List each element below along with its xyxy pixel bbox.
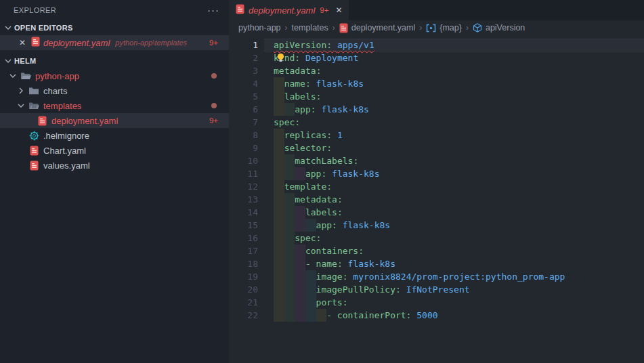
code-line-content[interactable]: app: flask-k8s [264,167,644,180]
line-number[interactable]: 1 [229,39,264,51]
code-line-content[interactable]: kind: Deployment [264,51,644,64]
folder-icon [27,86,41,95]
line-number[interactable]: 9 [229,142,264,154]
code-line-content[interactable]: containers: [264,244,644,257]
yaml-punctuation: : [353,156,358,166]
tree-item--helmignore[interactable]: .helmignore [0,128,229,143]
line-number[interactable]: 18 [229,257,264,270]
yaml-punctuation: : [305,79,316,89]
code-editor[interactable]: 1apiVersion: apps/v12kind: Deployment3me… [229,35,644,363]
close-icon[interactable]: ✕ [19,38,31,47]
line-number[interactable]: 17 [229,244,264,257]
line-number[interactable]: 7 [229,116,264,129]
yaml-key: name [284,79,305,89]
line-number[interactable]: 8 [229,129,264,142]
code-line-content[interactable]: selector: [264,142,644,154]
line-number[interactable]: 3 [229,64,264,77]
line-number[interactable]: 6 [229,103,264,116]
breadcrumb-item-python-app[interactable]: python-app [238,23,281,33]
indent-guide [274,167,284,180]
code-line-content[interactable]: spec: [264,116,644,129]
yaml-file-icon [31,37,40,49]
chevron-right-icon[interactable] [15,85,27,96]
tree-item-label: templates [43,101,81,111]
tab-problems-badge: 9+ [320,6,328,14]
code-line-content[interactable]: template: [264,180,644,193]
code-line-content[interactable]: app: flask-k8s [264,219,644,232]
code-line-content[interactable]: labels: [264,206,644,219]
indent-guide [274,309,284,322]
code-line-content[interactable]: ports: [264,296,644,309]
lightbulb-icon[interactable] [276,53,285,66]
tab-deployment-yaml[interactable]: deployment.yaml 9+ ✕ [229,0,349,20]
breadcrumb-item-deployment-yaml[interactable]: deployment.yaml [339,23,416,33]
line-number[interactable]: 15 [229,219,264,232]
yaml-value: flask-k8s [348,259,395,269]
code-line-content[interactable]: imagePullPolicy: IfNotPresent [264,283,644,296]
code-line-content[interactable]: name: flask-k8s [264,77,644,90]
yaml-key: replicas [284,130,327,140]
chevron-down-icon[interactable] [7,70,19,81]
indent-guide [284,257,295,270]
yaml-value: flask-k8s [321,104,368,114]
breadcrumb-item--map-[interactable]: {map} [426,23,462,33]
line-number[interactable]: 13 [229,193,264,206]
code-line-content[interactable]: labels: [264,90,644,103]
line-number[interactable]: 5 [229,90,264,103]
line-number[interactable]: 14 [229,206,264,219]
line-number[interactable]: 11 [229,167,264,180]
tree-item-deployment-yaml[interactable]: deployment.yaml9+ [0,113,229,128]
breadcrumb-label: deployment.yaml [351,23,416,33]
code-line-content[interactable]: matchLabels: [264,154,644,167]
code-line-content[interactable]: replicas: 1 [264,129,644,142]
yaml-key: labels [305,207,337,217]
line-number[interactable]: 2 [229,51,264,64]
code-line-content[interactable]: image: myronix8824/prom-project:python_p… [264,270,644,283]
yaml-punctuation: : [332,220,343,230]
line-number[interactable]: 16 [229,232,264,244]
indent-guide [274,244,284,257]
open-editor-item[interactable]: ✕ deployment.yaml python-app\templates 9… [0,35,229,50]
indent-guide [284,244,295,257]
open-editors-label: OPEN EDITORS [14,24,73,32]
line-number[interactable]: 22 [229,309,264,322]
symbol-cube-icon [473,23,482,33]
breadcrumb-item-templates[interactable]: templates [292,23,328,33]
code-line-content[interactable]: metadata: [264,64,644,77]
breadcrumb-label: {map} [439,23,462,33]
code-line-content[interactable]: - name: flask-k8s [264,257,644,270]
tab-close-icon[interactable]: ✕ [335,5,342,15]
line-number[interactable]: 4 [229,77,264,90]
breadcrumb-item-apiversion[interactable]: apiVersion [473,23,525,33]
explorer-title: EXPLORER [14,6,56,14]
yaml-key: metadata [274,66,316,76]
line-number[interactable]: 10 [229,154,264,167]
yaml-key: app [316,220,332,230]
explorer-header: EXPLORER ··· [0,0,229,20]
line-number[interactable]: 20 [229,283,264,296]
open-editors-section-header[interactable]: OPEN EDITORS [0,20,229,35]
line-number[interactable]: 21 [229,296,264,309]
vscode-window: EXPLORER ··· OPEN EDITORS ✕ deployment.y… [0,0,644,363]
chevron-down-icon[interactable] [15,100,27,111]
tree-item-templates[interactable]: templates [0,98,229,113]
helm-section-header[interactable]: HELM [0,54,229,68]
tree-item-chart-yaml[interactable]: Chart.yaml [0,143,229,158]
code-line-content[interactable]: apiVersion: apps/v1 [264,39,644,51]
breadcrumb-separator-icon: › [466,23,469,33]
code-line-content[interactable]: metadata: [264,193,644,206]
helm-label: HELM [14,57,36,65]
line-number[interactable]: 19 [229,270,264,283]
more-actions-icon[interactable]: ··· [207,7,219,14]
code-line: 20imagePullPolicy: IfNotPresent [229,283,644,296]
code-line-content[interactable]: - containerPort: 5000 [264,309,644,322]
code-line-content[interactable]: app: flask-k8s [264,103,644,116]
yaml-number: 1 [337,130,343,140]
code-line-content[interactable]: spec: [264,232,644,244]
tree-item-charts[interactable]: charts [0,83,229,98]
yaml-punctuation: : [343,297,348,307]
tree-item-values-yaml[interactable]: values.yaml [0,158,229,173]
tree-item-python-app[interactable]: python-app [0,68,229,83]
line-number[interactable]: 12 [229,180,264,193]
indent-guide [305,283,316,296]
